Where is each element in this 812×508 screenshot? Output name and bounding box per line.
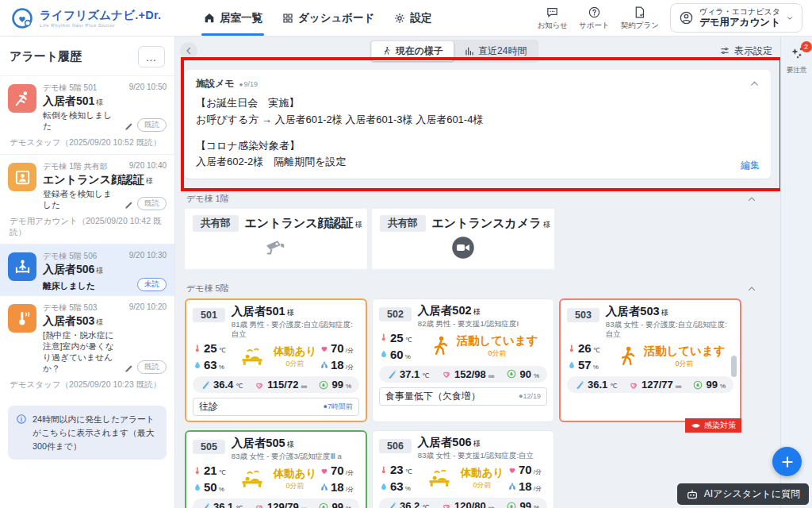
thermoalert-icon bbox=[8, 304, 36, 333]
room-temp: 21℃ bbox=[193, 464, 232, 477]
chevron-up-icon[interactable] bbox=[747, 284, 756, 294]
alert-row[interactable]: デモ棟 5階 5019/20 10:50入居者501様転倒を検知しました既読 bbox=[0, 76, 174, 136]
common-area-card[interactable]: 共有部エントランスカメラ 様 bbox=[372, 209, 554, 269]
display-settings-button[interactable]: 表示設定 bbox=[719, 44, 772, 58]
header-action-buttons: お知らせサポート契約プラン bbox=[537, 6, 659, 31]
scrollbar-thumb[interactable] bbox=[731, 356, 737, 377]
resident-description: 82歳 男性 - 要支援1/認知症度I bbox=[418, 319, 519, 329]
header-action-notice[interactable]: お知らせ bbox=[537, 6, 568, 31]
app-root: ライフリズムナビ.+Dr. Life Rhythm Navi Plus Doct… bbox=[0, 0, 812, 508]
respiration-rate: 18/分 bbox=[320, 480, 359, 494]
message-icon bbox=[546, 6, 559, 19]
logo-subtitle: Life Rhythm Navi Plus Doctor bbox=[40, 23, 161, 28]
walking-person-icon bbox=[616, 344, 638, 369]
tab-24h[interactable]: 直近24時間 bbox=[454, 41, 537, 61]
body-temp: 36.4℃ bbox=[201, 379, 243, 391]
pencil-icon[interactable] bbox=[124, 364, 134, 374]
alert-item[interactable]: デモ棟 5階 5039/20 10:20入居者503様[熱中症・脱水症に注意]室… bbox=[0, 295, 174, 396]
spo2: 99% bbox=[318, 379, 351, 391]
resident-card-501[interactable]: 501入居者501 様81歳 男性 - 要介護度:自立/認知症度:自立25℃63… bbox=[185, 298, 367, 422]
add-fab-button[interactable] bbox=[772, 447, 802, 476]
resident-memo[interactable]: 往診●7時間前 bbox=[193, 398, 359, 416]
alert-sidebar: アラート履歴 … デモ棟 5階 5019/20 10:50入居者501様転倒を検… bbox=[0, 37, 175, 508]
ai-assistant-button[interactable]: AIアシスタントに質問 bbox=[677, 483, 809, 505]
activity-status: 体動あり0分前 bbox=[234, 467, 318, 491]
alert-read-badge[interactable]: 既読 bbox=[137, 118, 167, 132]
attention-sparkles-icon[interactable]: 2 bbox=[789, 46, 805, 62]
alert-time: 9/20 10:20 bbox=[129, 302, 167, 314]
room-temp: 26℃ bbox=[567, 341, 607, 355]
account-org: ヴィラ・エコナビスタ bbox=[699, 7, 780, 17]
alert-resident-name: 入居者501様 bbox=[43, 94, 167, 109]
header-action-support[interactable]: サポート bbox=[579, 6, 610, 31]
account-menu[interactable]: ヴィラ・エコナビスタ デモ用アカウント bbox=[670, 3, 802, 33]
activity-status: 活動しています0分前 bbox=[420, 333, 547, 359]
right-rail: 2 要注意 bbox=[780, 37, 812, 508]
alert-row[interactable]: デモ棟 5階 5069/20 10:30入居者506様離床しました未読 bbox=[0, 244, 174, 295]
question-icon bbox=[588, 6, 601, 19]
alert-item[interactable]: デモ棟 5階 5069/20 10:30入居者506様離床しました未読 bbox=[0, 244, 174, 295]
chevron-up-icon[interactable] bbox=[747, 194, 756, 204]
header-action-plan[interactable]: 契約プラン bbox=[621, 6, 659, 31]
common-area-card[interactable]: 共有部エントランス顔認証 様 bbox=[185, 209, 367, 269]
room-humidity: 60% bbox=[379, 348, 419, 361]
home-icon bbox=[203, 12, 216, 25]
room-humidity: 63% bbox=[193, 358, 232, 371]
sidebar-more-button[interactable]: … bbox=[138, 46, 165, 67]
resident-card-503[interactable]: 503入居者503 様83歳 女性 - 要介護度:自立/認知症度:自立26℃57… bbox=[559, 298, 741, 422]
alert-resident-name: エントランス顔認証様 bbox=[43, 173, 167, 187]
alert-read-badge[interactable]: 既読 bbox=[137, 360, 167, 374]
vitals-row: 37.1℃152/98㎜90% bbox=[379, 366, 547, 383]
resident-name: 入居者502 様 bbox=[418, 304, 519, 318]
tab-current[interactable]: 現在の様子 bbox=[371, 41, 454, 61]
pencil-icon[interactable] bbox=[124, 121, 134, 132]
main-panel: 現在の様子直近24時間 表示設定 施設メモ ●9/19 【お誕生日会 実施】お呼… bbox=[175, 37, 780, 508]
videocam-icon bbox=[380, 236, 546, 260]
alert-resident-name: 入居者503様 bbox=[43, 314, 167, 329]
chevron-up-icon[interactable] bbox=[749, 79, 760, 89]
room-temp: 25℃ bbox=[379, 331, 419, 344]
room-badge: 503 bbox=[567, 308, 599, 322]
alert-footer: デモ用アカウント（2025/09/20 10:42 既読） bbox=[0, 214, 174, 244]
resident-name: 入居者501 様 bbox=[232, 305, 359, 318]
respiration-rate: 18/分 bbox=[508, 479, 547, 493]
app-logo[interactable]: ライフリズムナビ.+Dr. Life Rhythm Navi Plus Doct… bbox=[0, 7, 181, 29]
attention-badge: 2 bbox=[801, 41, 812, 52]
room-humidity: 57% bbox=[567, 358, 607, 371]
alert-row[interactable]: デモ棟 1階 共有部9/20 10:40エントランス顔認証様登録者を検知しました… bbox=[0, 155, 174, 214]
pencil-icon[interactable] bbox=[124, 200, 134, 210]
bed-icon bbox=[236, 344, 269, 368]
alert-item[interactable]: デモ棟 1階 共有部9/20 10:40エントランス顔認証様登録者を検知しました… bbox=[0, 154, 174, 244]
alert-list: デモ棟 5階 5019/20 10:50入居者501様転倒を検知しました既読デモ… bbox=[0, 75, 174, 396]
resident-card-505[interactable]: 505入居者505 様83歳 女性 - 要介護3/認知症度Ⅲ a21℃50%体動… bbox=[185, 430, 367, 508]
walking-person-icon bbox=[429, 333, 451, 359]
info-icon bbox=[16, 413, 27, 452]
resident-card-506[interactable]: 506入居者506 様83歳 女性 - 要支援1/認知症度:自立23℃63%体動… bbox=[372, 430, 554, 508]
nav-item-dashboard[interactable]: ダッシュボード bbox=[274, 0, 382, 36]
mask-icon bbox=[691, 421, 701, 430]
spo2: 99% bbox=[318, 501, 351, 508]
bed-icon bbox=[236, 467, 269, 491]
header-actions: お知らせサポート契約プラン ヴィラ・エコナビスタ デモ用アカウント bbox=[537, 3, 812, 33]
vitals-row: 36.1℃127/77㎜99% bbox=[567, 376, 733, 393]
nav-item-settings[interactable]: 設定 bbox=[385, 0, 439, 36]
alert-message: 登録者を検知しました bbox=[43, 188, 121, 210]
alert-row[interactable]: デモ棟 5階 5039/20 10:20入居者503様[熱中症・脱水症に注意]室… bbox=[0, 296, 174, 378]
collapse-sidebar-button[interactable] bbox=[180, 42, 197, 60]
resident-card-502[interactable]: 502入居者502 様82歳 男性 - 要支援1/認知症度I25℃60%活動して… bbox=[372, 298, 554, 422]
resident-memo[interactable]: 食事量低下（欠食増）●12/19 bbox=[379, 387, 547, 406]
memo-edit-link[interactable]: 編集 bbox=[741, 159, 760, 172]
caret-down-icon bbox=[786, 14, 794, 22]
resident-name: 入居者505 様 bbox=[232, 437, 342, 450]
memo-date: ●12/19 bbox=[519, 392, 541, 400]
document-icon bbox=[633, 6, 646, 19]
spo2: 99% bbox=[506, 500, 539, 508]
alert-item[interactable]: デモ棟 5階 5019/20 10:50入居者501様転倒を検知しました既読デモ… bbox=[0, 75, 174, 154]
section-card-grid: 共有部エントランス顔認証 様共有部エントランスカメラ 様 bbox=[175, 207, 780, 279]
resident-name: 入居者506 様 bbox=[418, 436, 534, 449]
alert-read-badge[interactable]: 既読 bbox=[137, 197, 167, 210]
robot-icon bbox=[686, 488, 699, 501]
cctv-icon bbox=[193, 236, 359, 260]
alert-read-badge[interactable]: 未読 bbox=[137, 278, 167, 291]
nav-item-rooms[interactable]: 居室一覧 bbox=[195, 0, 270, 36]
